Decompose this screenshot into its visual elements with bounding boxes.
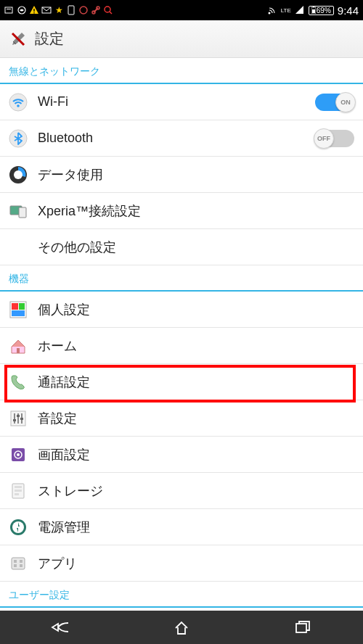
storage-label: ストレージ <box>38 482 354 500</box>
call-label: 通話設定 <box>38 373 354 391</box>
display-icon <box>9 445 28 464</box>
section-device: 機器 <box>0 265 363 292</box>
svg-rect-0 <box>5 7 12 13</box>
personal-label: 個人設定 <box>38 301 354 318</box>
svg-rect-45 <box>14 560 17 563</box>
row-wifi[interactable]: Wi-Fi ON <box>0 84 363 120</box>
link-icon <box>91 5 101 15</box>
recent-button[interactable] <box>281 616 325 638</box>
svg-rect-14 <box>312 9 315 13</box>
svg-rect-46 <box>20 560 23 563</box>
svg-rect-33 <box>17 415 20 417</box>
svg-rect-6 <box>68 6 74 15</box>
svg-rect-4 <box>33 12 34 13</box>
page-title: 設定 <box>35 29 64 49</box>
svg-rect-52 <box>296 624 306 632</box>
section-wireless: 無線とネットワーク <box>0 58 363 84</box>
svg-point-37 <box>17 453 20 456</box>
row-display[interactable]: 画面設定 <box>0 437 363 473</box>
bluetooth-toggle[interactable]: OFF <box>315 130 354 147</box>
bluetooth-label: Bluetooth <box>38 131 305 146</box>
svg-point-9 <box>105 7 110 12</box>
personal-icon <box>9 300 28 319</box>
app-header: 設定 <box>0 20 363 58</box>
svg-rect-25 <box>19 303 25 310</box>
wifi-icon <box>9 93 28 112</box>
row-apps[interactable]: アプリ <box>0 545 363 582</box>
row-home[interactable]: ホーム <box>0 328 363 364</box>
svg-rect-3 <box>33 9 34 12</box>
power-label: 電源管理 <box>38 519 354 536</box>
warning-icon <box>29 5 39 15</box>
svg-rect-40 <box>15 490 22 492</box>
back-button[interactable] <box>38 616 82 638</box>
svg-rect-22 <box>19 207 26 218</box>
row-personal[interactable]: 個人設定 <box>0 292 363 328</box>
svg-point-11 <box>268 12 270 15</box>
svg-rect-41 <box>15 493 19 495</box>
home-label: ホーム <box>38 337 354 355</box>
xperia-label: Xperia™接続設定 <box>38 202 354 220</box>
spacer-icon <box>9 238 28 257</box>
battery-indicator: 69% <box>309 6 334 15</box>
bluetooth-icon <box>9 129 28 148</box>
sync-icon <box>78 5 89 15</box>
row-data-usage[interactable]: データ使用 <box>0 157 363 193</box>
svg-rect-39 <box>15 486 22 488</box>
row-xperia[interactable]: Xperia™接続設定 <box>0 193 363 229</box>
svg-rect-1 <box>7 9 11 9</box>
clock: 9:44 <box>338 4 359 17</box>
star-icon: ★ <box>54 5 64 15</box>
data-usage-label: データ使用 <box>38 166 354 183</box>
power-icon <box>9 518 28 537</box>
settings-icon <box>9 30 28 49</box>
storage-icon <box>9 482 28 500</box>
svg-rect-47 <box>14 564 17 567</box>
svg-rect-27 <box>17 348 20 353</box>
svg-line-10 <box>110 12 112 14</box>
notif-icon <box>4 5 15 15</box>
apps-icon <box>9 554 28 573</box>
svg-rect-13 <box>313 7 314 7</box>
row-call[interactable]: 通話設定 <box>0 364 363 400</box>
sound-icon <box>9 409 28 428</box>
phone-icon <box>9 373 28 392</box>
navigation-bar <box>0 611 363 644</box>
svg-rect-24 <box>12 303 18 310</box>
home-button[interactable] <box>160 616 203 638</box>
display-label: 画面設定 <box>38 446 354 463</box>
svg-rect-32 <box>13 419 16 421</box>
svg-rect-44 <box>12 558 25 569</box>
device-icon <box>66 5 76 15</box>
xperia-icon <box>9 202 28 220</box>
signal-icon <box>295 5 305 15</box>
status-bar: ★ LTE 69% 9:44 <box>0 0 363 20</box>
wifi-toggle[interactable]: ON <box>315 94 354 111</box>
row-bluetooth[interactable]: Bluetooth OFF <box>0 120 363 157</box>
row-storage[interactable]: ストレージ <box>0 473 363 509</box>
svg-rect-34 <box>20 418 23 420</box>
row-power[interactable]: 電源管理 <box>0 509 363 545</box>
data-icon <box>267 5 277 15</box>
section-user: ユーザー設定 <box>0 582 363 608</box>
row-other[interactable]: その他の設定 <box>0 229 363 265</box>
data-usage-icon <box>9 165 28 184</box>
svg-rect-48 <box>20 564 23 567</box>
home-icon <box>9 337 28 355</box>
smartconnect-icon <box>17 5 27 15</box>
sound-label: 音設定 <box>38 410 354 427</box>
mail-icon <box>41 5 52 15</box>
svg-rect-26 <box>12 310 25 316</box>
wifi-label: Wi-Fi <box>38 94 305 110</box>
search-icon <box>103 5 113 15</box>
svg-point-20 <box>14 170 23 179</box>
network-label: LTE <box>281 7 291 14</box>
apps-label: アプリ <box>38 555 354 572</box>
svg-point-17 <box>17 104 20 107</box>
other-label: その他の設定 <box>38 239 354 256</box>
row-sound[interactable]: 音設定 <box>0 400 363 437</box>
